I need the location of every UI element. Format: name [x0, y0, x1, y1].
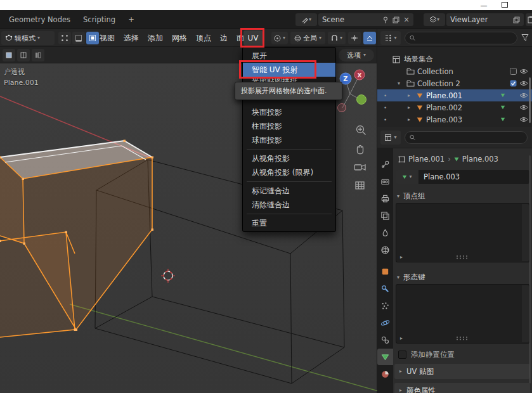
expand-caret[interactable]: ▸ — [408, 113, 410, 126]
world-icon[interactable] — [377, 242, 393, 258]
mirror-y-button[interactable] — [32, 49, 44, 61]
menu-mesh[interactable]: 网格 — [167, 30, 191, 46]
list-scrollbar[interactable] — [522, 204, 529, 261]
expand-icon[interactable]: ▸ — [400, 254, 403, 260]
grip-icon[interactable] — [456, 336, 469, 340]
uv-menu-item[interactable]: 柱面投影 — [243, 119, 335, 133]
outliner-type-button[interactable]: ▾ — [380, 31, 401, 45]
options-button[interactable]: 选项 ▾ — [339, 49, 374, 61]
uv-menu-item[interactable]: 块面投影 — [243, 105, 335, 119]
outliner-row-collection-2[interactable]: ▾ Collection 2 — [377, 77, 532, 89]
transform-pivot-button[interactable] — [3, 49, 15, 61]
outliner-row-plane.001[interactable]: • ▸ Plane.001 — [377, 89, 532, 101]
new-view-layer-icon[interactable] — [513, 16, 520, 23]
gizmo-y-axis[interactable] — [357, 95, 367, 105]
uv-menu-item[interactable]: 展开 — [243, 49, 335, 63]
physics-icon[interactable] — [377, 314, 393, 331]
list-scrollbar[interactable] — [522, 285, 529, 342]
uv-menu-item[interactable]: 标记缝合边 — [243, 184, 335, 198]
outliner-search[interactable] — [405, 32, 517, 44]
outliner-search-input[interactable] — [418, 34, 512, 42]
uv-menu-item[interactable]: 清除缝合边 — [243, 198, 335, 212]
minimize-button[interactable]: — — [474, 0, 493, 10]
grip-icon[interactable] — [456, 255, 469, 259]
view-layer-selector[interactable]: ViewLayer — [446, 13, 524, 26]
new-scene-icon[interactable] — [393, 16, 399, 23]
exclude-checkbox[interactable] — [510, 77, 517, 89]
particles-icon[interactable] — [377, 297, 393, 314]
uv-menu-item[interactable]: 从视角投影 — [243, 151, 335, 165]
outliner-scrollbar[interactable] — [529, 77, 531, 123]
properties-type-button[interactable]: ▾ — [380, 131, 401, 145]
gizmo-minus-axis[interactable] — [338, 104, 346, 112]
material-icon[interactable] — [377, 366, 393, 382]
pan-hand-icon[interactable] — [358, 146, 363, 154]
scene-type-button[interactable]: ▾ — [295, 13, 317, 26]
object-data-icon[interactable] — [377, 349, 393, 365]
properties-search-input[interactable] — [418, 134, 522, 141]
menu-vertex[interactable]: 顶点 — [191, 30, 216, 46]
vertex-groups-list[interactable]: ▸ — [396, 203, 530, 262]
rest-position-checkbox[interactable] — [398, 351, 406, 359]
uv-menu-item[interactable]: 重置 — [243, 216, 335, 230]
menu-edge[interactable]: 边 — [216, 30, 232, 46]
overlays-toggle[interactable] — [363, 32, 376, 44]
eye-icon[interactable] — [519, 113, 528, 126]
view-layer-type-button[interactable]: ▾ — [424, 13, 445, 26]
uv-menu-item[interactable]: 从视角投影 (限界) — [243, 165, 335, 179]
mesh-orange[interactable] — [0, 140, 153, 338]
menu-add[interactable]: 添加 — [143, 30, 167, 46]
expand-icon[interactable]: ▸ — [400, 335, 403, 341]
data-name-field[interactable]: Plane.003 — [418, 170, 529, 184]
scene-icon[interactable] — [377, 224, 393, 241]
properties-scrollbar[interactable] — [529, 155, 531, 383]
eye-icon[interactable] — [519, 65, 528, 77]
properties-search[interactable] — [405, 131, 528, 144]
edge-select-button[interactable] — [72, 32, 85, 44]
outliner-row-collection[interactable]: Collection — [377, 65, 532, 77]
expand-caret[interactable]: ▾ — [398, 77, 400, 89]
eye-icon[interactable] — [519, 89, 528, 101]
menu-view[interactable]: 视图 — [95, 30, 119, 46]
maximize-button[interactable] — [502, 2, 508, 8]
outliner-row-plane.003[interactable]: • ▸ Plane.003 — [377, 113, 532, 126]
data-type-button[interactable]: ▾ — [396, 170, 418, 184]
mode-selector[interactable]: 辑模式 ▾ — [1, 31, 55, 45]
modifiers-icon[interactable] — [377, 280, 393, 297]
zoom-icon[interactable] — [357, 126, 366, 135]
outliner-row-plane.002[interactable]: • ▸ Plane.002 — [377, 101, 532, 113]
tool-icon[interactable] — [377, 156, 393, 172]
clipboard-button[interactable] — [526, 13, 532, 26]
outliner-row--[interactable]: 场景集合 — [377, 53, 532, 65]
uv-maps-section[interactable]: ▸ UV 贴图 — [394, 364, 530, 379]
proportional-editing-button[interactable]: ▾ — [271, 32, 288, 44]
expand-caret[interactable]: ▸ — [408, 101, 410, 113]
vertex-groups-header[interactable]: ▾ 顶点组 — [397, 191, 425, 201]
mirror-x-button[interactable] — [17, 49, 30, 61]
breadcrumb-data[interactable]: Plane.003 — [462, 155, 498, 164]
orientation-selector[interactable]: 全局 ▾ — [290, 32, 325, 44]
constraints-icon[interactable] — [377, 332, 393, 348]
snap-toggle[interactable]: ▾ — [328, 32, 346, 44]
add-workspace-button[interactable]: + — [122, 10, 141, 29]
tab-geometry-nodes[interactable]: Geometry Nodes — [3, 10, 77, 29]
unlink-scene-button[interactable]: × — [403, 15, 410, 24]
uv-menu-item[interactable]: 智能 UV 投射 — [243, 63, 335, 77]
shape-keys-list[interactable]: ▸ — [396, 284, 530, 344]
exclude-checkbox[interactable] — [510, 65, 517, 77]
breadcrumb-object[interactable]: Plane.001 — [408, 155, 444, 164]
color-attributes-section[interactable]: ▸ 颜色属性 — [394, 383, 530, 393]
menu-uv[interactable]: UV — [243, 30, 263, 46]
camera-view-icon[interactable] — [354, 165, 365, 170]
uv-menu-item[interactable]: 球面投影 — [243, 133, 335, 147]
object-icon[interactable] — [377, 263, 393, 280]
expand-caret[interactable]: ▸ — [408, 89, 410, 101]
eye-icon[interactable] — [519, 77, 528, 89]
shape-keys-header[interactable]: ▾ 形态键 — [397, 273, 425, 282]
tab-scripting[interactable]: Scripting — [77, 10, 122, 29]
output-icon[interactable] — [377, 190, 393, 207]
pin-icon[interactable] — [382, 16, 389, 23]
eye-icon[interactable] — [519, 101, 528, 113]
menu-select[interactable]: 选择 — [119, 30, 143, 46]
view-layer-icon[interactable] — [377, 207, 393, 224]
